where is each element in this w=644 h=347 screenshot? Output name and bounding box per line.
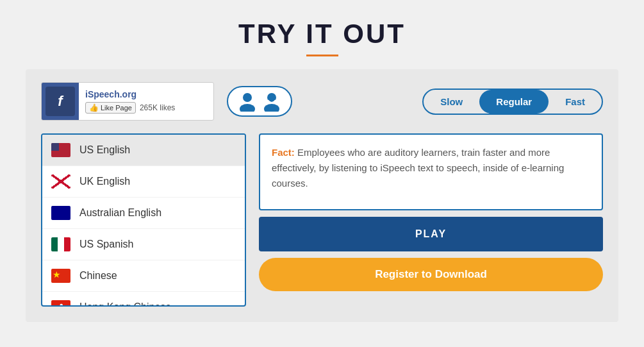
flag-hong-kong-chinese <box>51 300 70 305</box>
lang-item-us-english[interactable]: US English <box>42 135 245 166</box>
lang-label-chinese: Chinese <box>79 270 117 282</box>
lang-item-chinese[interactable]: Chinese <box>42 260 245 292</box>
lang-label-us-spanish: US Spanish <box>79 239 134 250</box>
speed-selector: Slow Regular Fast <box>422 89 603 115</box>
right-panel: Fact: Employees who are auditory learner… <box>259 133 603 291</box>
title-underline <box>306 55 338 56</box>
fb-info: iSpeech.org 👍 Like Page 265K likes <box>79 85 181 117</box>
register-button[interactable]: Register to Download <box>259 258 603 291</box>
language-list-container: US English UK English Australian English… <box>41 133 246 307</box>
svg-point-0 <box>243 93 252 102</box>
fact-label: Fact: <box>272 147 295 158</box>
speed-regular-button[interactable]: Regular <box>479 90 549 114</box>
fb-widget: f iSpeech.org 👍 Like Page 265K likes <box>41 82 214 121</box>
language-list[interactable]: US English UK English Australian English… <box>42 135 245 305</box>
flag-us-english <box>51 143 70 157</box>
lang-label-australian-english: Australian English <box>79 207 161 219</box>
flag-us-spanish <box>51 237 70 251</box>
lang-item-hong-kong-chinese[interactable]: Hong Kong Chinese <box>42 292 245 305</box>
lang-label-hong-kong-chinese: Hong Kong Chinese <box>79 301 171 305</box>
flag-uk-english <box>51 174 70 189</box>
fact-box: Fact: Employees who are auditory learner… <box>259 133 603 210</box>
male-avatar-icon <box>237 91 258 112</box>
thumbs-up-icon: 👍 <box>89 103 99 112</box>
lang-item-uk-english[interactable]: UK English <box>42 166 245 198</box>
svg-point-3 <box>264 104 279 112</box>
page-title: TRY IT OUT <box>0 19 644 49</box>
fb-sub: 👍 Like Page 265K likes <box>85 102 175 114</box>
flag-australian-english <box>51 206 70 220</box>
main-card: f iSpeech.org 👍 Like Page 265K likes <box>26 69 618 322</box>
lang-label-us-english: US English <box>79 144 130 156</box>
speed-fast-button[interactable]: Fast <box>549 90 602 114</box>
content-row: US English UK English Australian English… <box>41 133 603 307</box>
lang-item-australian-english[interactable]: Australian English <box>42 198 245 229</box>
fb-logo-box: f <box>42 82 79 121</box>
fb-likes-count: 265K likes <box>140 103 175 112</box>
top-row: f iSpeech.org 👍 Like Page 265K likes <box>41 82 603 121</box>
play-button[interactable]: PLAY <box>259 217 603 251</box>
flag-chinese <box>51 269 70 283</box>
lang-item-us-spanish[interactable]: US Spanish <box>42 229 245 260</box>
fb-like-button[interactable]: 👍 Like Page <box>85 102 136 114</box>
lang-label-uk-english: UK English <box>79 176 130 187</box>
svg-point-1 <box>240 104 255 112</box>
fb-site-name: iSpeech.org <box>85 89 175 99</box>
fb-like-label: Like Page <box>101 104 132 112</box>
fb-logo: f <box>45 87 75 116</box>
fact-text: Employees who are auditory learners, tra… <box>272 147 564 189</box>
avatar-group <box>227 86 292 117</box>
speed-slow-button[interactable]: Slow <box>424 90 479 114</box>
female-avatar-icon <box>261 91 282 112</box>
